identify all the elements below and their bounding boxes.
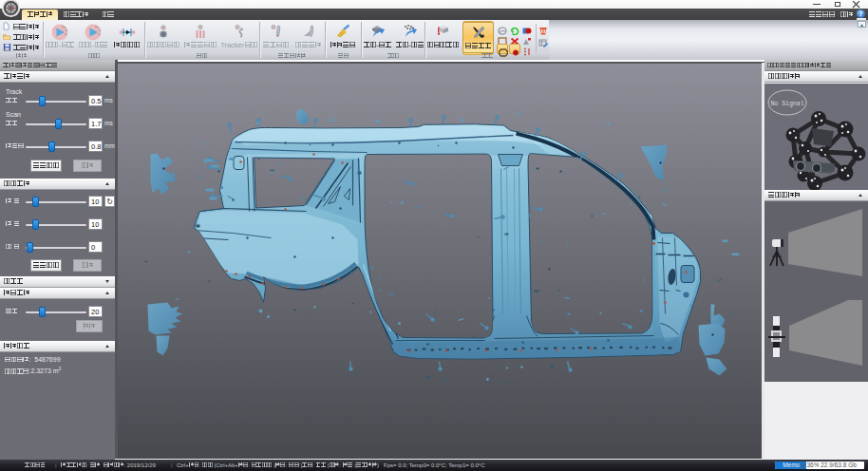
svg-text:No Signal: No Signal [770,101,803,107]
